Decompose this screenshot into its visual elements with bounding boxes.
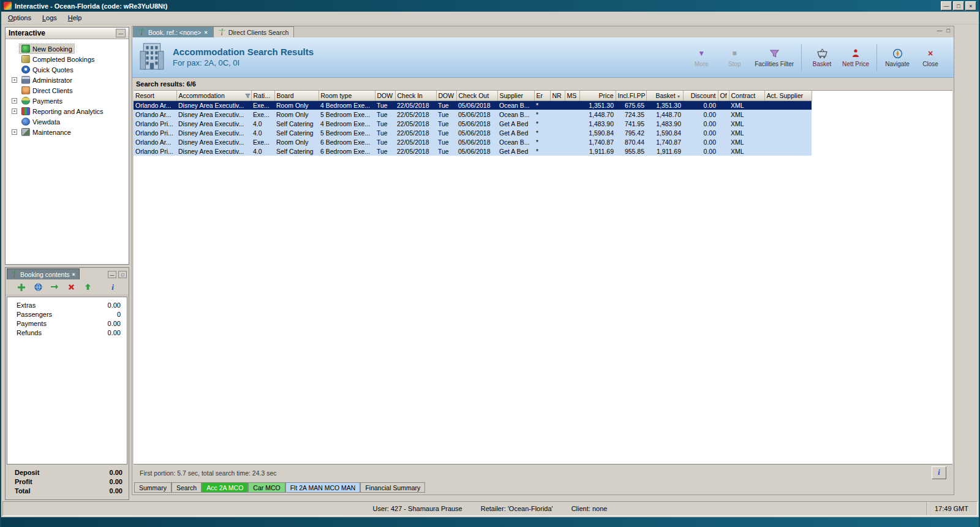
bottom-tab-label: Flt 2A MAN MCO MAN: [290, 484, 356, 491]
column-header-contract[interactable]: Contract: [729, 91, 764, 100]
booking-item-passengers[interactable]: Passengers0: [7, 309, 127, 319]
pane-restore-icon[interactable]: □: [947, 28, 950, 34]
facilities-filter-button[interactable]: Facilities Filter: [752, 47, 797, 67]
booking-item-payments[interactable]: Payments0.00: [7, 319, 127, 328]
column-header-room-type[interactable]: Room type: [318, 91, 375, 100]
basket-button[interactable]: Basket: [806, 47, 838, 67]
booking-info-button[interactable]: i: [108, 282, 118, 292]
column-header-dow[interactable]: DOW: [436, 91, 456, 100]
palm-icon: [138, 28, 145, 37]
column-header-accommodation[interactable]: Accommodation: [176, 91, 251, 100]
cell-nr: [550, 110, 565, 119]
column-header-resort[interactable]: Resort: [134, 91, 176, 100]
pane-minimize-icon[interactable]: —: [937, 28, 943, 34]
booking-minimize-button[interactable]: —: [108, 271, 116, 278]
sidebar-item-reporting-and-analytics[interactable]: +Reporting and Analytics: [6, 106, 129, 116]
bottom-tab-acc-2a-mco[interactable]: Acc 2A MCO: [202, 482, 248, 493]
cell-rati: 4.0: [251, 128, 274, 137]
navigate-button[interactable]: Navigate: [881, 47, 913, 67]
expand-icon[interactable]: +: [12, 108, 17, 114]
minimize-button[interactable]: —: [941, 1, 952, 10]
add-item-button[interactable]: [17, 282, 26, 292]
sidebar-item-completed-bookings[interactable]: Completed Bookings: [6, 54, 129, 64]
column-header-act-supplier[interactable]: Act. Supplier: [764, 91, 812, 100]
world-button[interactable]: [33, 282, 43, 292]
column-header-check-in[interactable]: Check In: [395, 91, 436, 100]
sidebar-item-direct-clients[interactable]: Direct Clients: [6, 85, 129, 96]
column-header-check-out[interactable]: Check Out: [456, 91, 497, 100]
booking-restore-button[interactable]: □: [118, 271, 127, 278]
bottom-tab-label: Search: [176, 484, 197, 491]
column-header-er[interactable]: Er: [534, 91, 550, 100]
cell-contract: XML: [729, 119, 764, 128]
sidebar-item-maintenance[interactable]: +Maintenance: [6, 127, 129, 137]
column-header-basket[interactable]: Basket▼: [646, 91, 683, 100]
move-up-button[interactable]: [83, 282, 92, 292]
result-row[interactable]: Orlando Pri...Disney Area Executiv...4.0…: [134, 119, 812, 128]
expand-icon[interactable]: +: [12, 98, 17, 104]
menu-help[interactable]: Help: [62, 13, 88, 23]
sidebar-item-viewdata[interactable]: Viewdata: [6, 116, 129, 127]
menu-options[interactable]: Options: [2, 13, 37, 23]
column-header-price[interactable]: Price: [579, 91, 616, 100]
column-header-board[interactable]: Board: [274, 91, 318, 100]
close-button[interactable]: ×: [965, 1, 976, 10]
column-header-incl-fl-pp[interactable]: Incl.Fl.PP: [616, 91, 646, 100]
column-header-rati[interactable]: Rati...: [251, 91, 274, 100]
tab-close-icon[interactable]: ×: [204, 29, 207, 36]
cell-rati: 4.0: [251, 146, 274, 156]
transfer-button[interactable]: [50, 282, 59, 292]
bottom-tab-summary[interactable]: Summary: [134, 482, 172, 493]
sidebar-item-administrator[interactable]: +Administrator: [6, 75, 129, 85]
tab-book-ref[interactable]: Book. ref.: <none> ×: [133, 26, 213, 37]
cell-resort: Orlando Pri...: [134, 128, 176, 137]
column-filter-icon[interactable]: [245, 93, 251, 100]
result-row[interactable]: Orlando Ar...Disney Area Executiv...Exe.…: [134, 100, 812, 110]
bottom-tab-car-mco[interactable]: Car MCO: [248, 482, 285, 493]
column-header-discount[interactable]: Discount: [683, 91, 718, 100]
column-header-supplier[interactable]: Supplier: [497, 91, 534, 100]
bottom-tab-search[interactable]: Search: [172, 482, 202, 493]
close-button[interactable]: ×Close: [914, 47, 946, 67]
basket-icon: [816, 47, 828, 59]
menubar: Options Logs Help: [1, 12, 979, 25]
bottom-tab-financial-summary[interactable]: Financial Summary: [360, 482, 425, 493]
sidebar-collapse-button[interactable]: —: [116, 29, 126, 37]
sidebar-header: Interactive —: [6, 28, 129, 39]
sidebar-item-quick-quotes[interactable]: Quick Quotes: [6, 64, 129, 75]
result-row[interactable]: Orlando Pri...Disney Area Executiv...4.0…: [134, 128, 812, 137]
cell-basket: 1,448.70: [646, 110, 683, 119]
column-header-ms[interactable]: MS: [565, 91, 579, 100]
cell-discount: 0.00: [683, 146, 718, 156]
tab-direct-clients-search[interactable]: Direct Clients Search: [213, 26, 295, 37]
cell-check-out: 05/06/2018: [456, 146, 497, 156]
cell-price: 1,590.84: [579, 128, 616, 137]
column-header-dow[interactable]: DOW: [375, 91, 395, 100]
booking-item-refunds[interactable]: Refunds0.00: [7, 328, 127, 337]
booking-contents-tab[interactable]: Booking contents ×: [7, 268, 80, 279]
delete-item-button[interactable]: [66, 282, 76, 292]
booking-contents-close-icon[interactable]: ×: [72, 271, 75, 278]
result-row[interactable]: Orlando Pri...Disney Area Executiv...4.0…: [134, 146, 812, 156]
sidebar-item-new-booking[interactable]: New Booking: [6, 44, 129, 54]
menu-logs[interactable]: Logs: [37, 13, 62, 23]
sidebar-item-payments[interactable]: +Payments: [6, 96, 129, 106]
cell-dow: Tue: [375, 119, 395, 128]
cell-nr: [550, 100, 565, 110]
cell-er: *: [534, 110, 550, 119]
column-label: Price: [599, 92, 614, 99]
info-button[interactable]: i: [932, 466, 946, 479]
result-row[interactable]: Orlando Ar...Disney Area Executiv...Exe.…: [134, 110, 812, 119]
booking-item-extras[interactable]: Extras0.00: [7, 300, 127, 309]
column-label: Accommodation: [179, 92, 225, 99]
nett-price-button[interactable]: Nett Price: [839, 47, 872, 67]
column-header-nr[interactable]: NR: [550, 91, 565, 100]
bottom-tab-flt-2a-man-mco-man[interactable]: Flt 2A MAN MCO MAN: [285, 482, 361, 493]
column-header-of[interactable]: Of: [718, 91, 729, 100]
expand-icon[interactable]: +: [12, 129, 17, 135]
cell-nr: [550, 119, 565, 128]
result-row[interactable]: Orlando Ar...Disney Area Executiv...Exe.…: [134, 137, 812, 146]
search-results-header: Accommodation Search Results For pax: 2A…: [132, 37, 954, 78]
expand-icon[interactable]: +: [12, 77, 17, 83]
restore-button[interactable]: □: [953, 1, 964, 10]
